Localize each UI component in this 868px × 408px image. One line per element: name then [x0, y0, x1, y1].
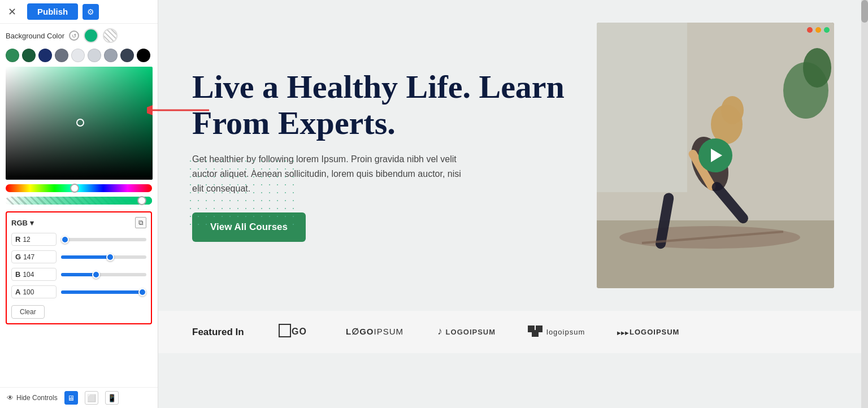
eye-icon: 👁 [7, 394, 14, 402]
b-slider-thumb [92, 271, 100, 279]
hide-controls-button[interactable]: 👁 Hide Controls [7, 394, 58, 402]
hide-controls-label: Hide Controls [16, 394, 58, 402]
bottom-bar: 👁 Hide Controls 🖥 ⬜ 📱 [0, 387, 158, 408]
svg-rect-21 [532, 330, 539, 337]
featured-section: Featured In GO L∅GOIPSUM ♪ LOGOIPSUM [158, 311, 868, 353]
a-slider-fill [61, 290, 146, 294]
dot-red [807, 27, 813, 33]
tablet-view-button[interactable]: ⬜ [85, 391, 98, 405]
swatch-light-gray-1[interactable] [71, 49, 85, 62]
hero-title: Live a Healthy Life. Learn From Experts. [192, 69, 574, 141]
gradient-bg [6, 67, 153, 180]
alpha-slider-row [0, 194, 158, 209]
logo-svg-5: ▶▶▶ LOGOIPSUM [617, 322, 679, 339]
window-corner-dots [807, 27, 830, 33]
swatch-green-dark[interactable] [6, 49, 19, 62]
swatch-dark-gray[interactable] [120, 49, 134, 62]
logos-row: GO L∅GOIPSUM ♪ LOGOIPSUM [278, 322, 834, 342]
reset-color-icon[interactable]: ↺ [69, 31, 79, 41]
g-channel-row: G 147 [11, 250, 146, 263]
hero-image-container [597, 23, 834, 288]
clear-button[interactable]: Clear [11, 305, 45, 319]
main-content-area: Live a Healthy Life. Learn From Experts.… [158, 0, 868, 408]
logo-2: L∅GOIPSUM [346, 322, 408, 342]
settings-button[interactable]: ⚙ [83, 4, 99, 20]
a-slider-track[interactable] [61, 290, 146, 294]
r-slider-thumb [61, 236, 69, 244]
swatch-navy[interactable] [38, 49, 52, 62]
logo-svg-4: logoipsum [527, 322, 589, 339]
play-button[interactable] [698, 138, 732, 172]
logo-5: ▶▶▶ LOGOIPSUM [617, 322, 679, 342]
svg-point-10 [721, 96, 744, 124]
top-bar: ✕ Publish ⚙ [0, 0, 158, 24]
publish-button[interactable]: Publish [27, 3, 78, 20]
g-channel-input[interactable]: G 147 [11, 250, 57, 263]
r-channel-input[interactable]: R 12 [11, 233, 57, 246]
hero-section: Live a Healthy Life. Learn From Experts.… [158, 0, 868, 311]
hue-slider-row [0, 180, 158, 194]
a-channel-input[interactable]: A 100 [11, 285, 57, 298]
bg-color-label: Background Color [6, 32, 64, 40]
swatch-black[interactable] [137, 49, 150, 62]
featured-in-label: Featured In [192, 327, 244, 338]
swatch-light-gray-2[interactable] [88, 49, 101, 62]
color-swatches-row [0, 46, 158, 67]
alpha-slider[interactable] [6, 197, 152, 205]
rgb-panel: RGB ▾ ⧉ R 12 G 147 [6, 211, 152, 324]
b-channel-row: B 104 [11, 268, 146, 281]
play-icon [711, 149, 722, 162]
alpha-track [6, 197, 152, 205]
logo-svg-1: GO [278, 322, 318, 339]
svg-rect-15 [279, 324, 290, 337]
logo-svg-2: L∅GOIPSUM [346, 322, 408, 339]
svg-text:♪ LOGOIPSUM: ♪ LOGOIPSUM [437, 325, 496, 337]
logo-1: GO [278, 322, 318, 342]
r-slider-track[interactable] [61, 238, 146, 241]
dot-green [824, 27, 830, 33]
alpha-thumb [137, 196, 146, 205]
transparent-swatch[interactable] [103, 28, 118, 43]
svg-text:▶▶▶: ▶▶▶ [617, 331, 629, 336]
dot-yellow [815, 27, 821, 33]
close-button[interactable]: ✕ [6, 6, 18, 18]
g-slider-thumb [106, 253, 114, 261]
b-slider-fill [61, 273, 96, 276]
hero-left-content: Live a Healthy Life. Learn From Experts.… [192, 69, 597, 242]
b-channel-input[interactable]: B 104 [11, 268, 57, 281]
svg-text:GO: GO [292, 327, 307, 336]
hue-thumb [70, 184, 79, 193]
logo-3: ♪ LOGOIPSUM [436, 322, 498, 342]
desktop-view-button[interactable]: 🖥 [64, 391, 78, 405]
logo-4: logoipsum [527, 322, 589, 342]
g-slider-fill [61, 255, 110, 259]
chevron-down-icon: ▾ [30, 219, 34, 227]
swatch-gray[interactable] [55, 49, 68, 62]
svg-text:logoipsum: logoipsum [546, 328, 585, 336]
a-slider-thumb [138, 288, 146, 296]
rgb-mode-text: RGB [11, 219, 28, 227]
scrollbar[interactable] [861, 0, 868, 408]
mobile-view-button[interactable]: 📱 [105, 391, 119, 405]
r-channel-row: R 12 [11, 233, 146, 246]
hue-slider[interactable] [6, 184, 152, 192]
g-slider-track[interactable] [61, 255, 146, 259]
current-color-swatch[interactable] [84, 28, 98, 43]
svg-text:L∅GOIPSUM: L∅GOIPSUM [346, 327, 403, 336]
a-channel-row: A 100 [11, 285, 146, 298]
swatch-green-darker[interactable] [22, 49, 36, 62]
svg-point-6 [803, 48, 831, 88]
rgb-header: RGB ▾ ⧉ [11, 217, 146, 228]
svg-rect-4 [597, 23, 687, 192]
scrollbar-thumb[interactable] [861, 0, 868, 23]
swatch-medium-gray[interactable] [104, 49, 118, 62]
dot-pattern-decoration [186, 157, 300, 225]
color-gradient-picker[interactable] [6, 67, 153, 180]
background-color-row: Background Color ↺ [0, 24, 158, 46]
color-picker-panel: ✕ Publish ⚙ Background Color ↺ [0, 0, 158, 408]
copy-icon[interactable]: ⧉ [135, 217, 146, 228]
logo-svg-3: ♪ LOGOIPSUM [436, 322, 498, 339]
rgb-mode-label[interactable]: RGB ▾ [11, 219, 34, 227]
b-slider-track[interactable] [61, 273, 146, 276]
svg-text:LOGOIPSUM: LOGOIPSUM [630, 328, 679, 336]
